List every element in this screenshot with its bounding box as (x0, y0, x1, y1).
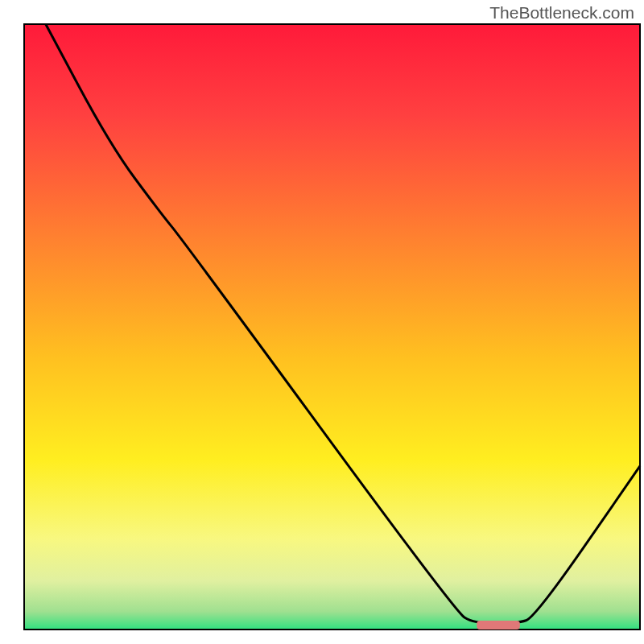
plot-background (24, 24, 640, 630)
bottleneck-chart: TheBottleneck.com (0, 0, 644, 644)
watermark-text: TheBottleneck.com (489, 3, 634, 23)
chart-svg (0, 0, 644, 644)
optimal-marker (477, 621, 520, 630)
